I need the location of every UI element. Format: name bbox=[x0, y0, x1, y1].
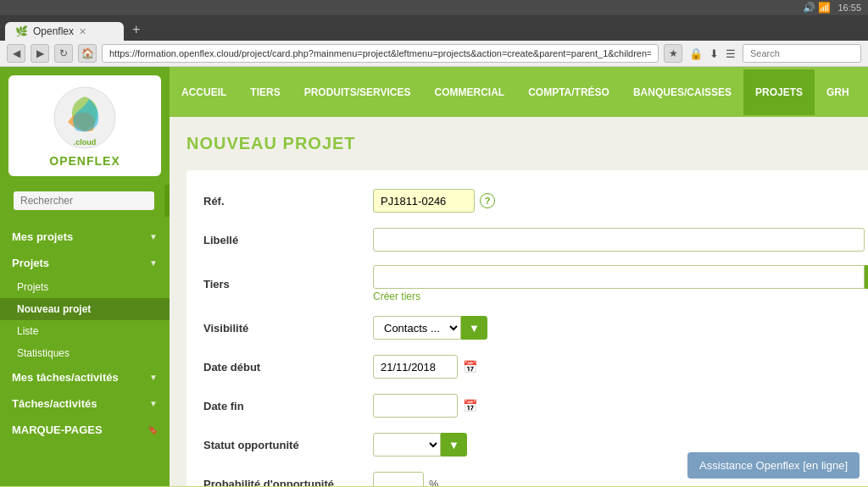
sidebar-item-mes-projets[interactable]: Mes projets ▼ bbox=[0, 224, 170, 250]
form-row-visibilite: Visibilité Contacts ... ▼ bbox=[203, 314, 868, 341]
date-fin-control-wrap: 📅 bbox=[373, 394, 868, 418]
nav-compta[interactable]: COMPTA/TRÉSO bbox=[516, 69, 621, 115]
chevron-icon-taches: ▼ bbox=[149, 399, 158, 408]
label-statut: Statut opportunité bbox=[203, 439, 373, 451]
sidebar-label-marque-pages: MARQUE-PAGES bbox=[12, 423, 103, 436]
sidebar-sub-nouveau-projet[interactable]: Nouveau projet bbox=[0, 298, 170, 320]
tab-close-button[interactable]: ✕ bbox=[79, 26, 86, 37]
page-title: NOUVEAU PROJET bbox=[186, 134, 868, 153]
active-tab[interactable]: 🌿 Openflex ✕ bbox=[5, 22, 124, 41]
visibilite-select[interactable]: Contacts ... bbox=[373, 316, 461, 340]
libelle-input[interactable] bbox=[373, 228, 865, 252]
sidebar: .cloud OPENFLEX ▼ Mes projets ▼ Projets … bbox=[0, 67, 170, 486]
sidebar-sub-statistiques[interactable]: Statistiques bbox=[0, 342, 170, 364]
chevron-icon-mes-projets: ▼ bbox=[149, 232, 158, 241]
help-icon-ref[interactable]: ? bbox=[480, 193, 495, 208]
nav-tiers[interactable]: TIERS bbox=[238, 69, 292, 115]
calendar-icon-fin[interactable]: 📅 bbox=[463, 399, 477, 412]
label-date-fin: Date fin bbox=[203, 400, 373, 412]
statut-select-wrap: ▼ bbox=[373, 433, 467, 457]
url-bar[interactable] bbox=[102, 44, 659, 63]
sidebar-item-projets[interactable]: Projets ▼ bbox=[0, 250, 170, 276]
back-button[interactable]: ◀ bbox=[7, 44, 25, 63]
statut-select[interactable] bbox=[373, 433, 441, 457]
probabilite-input[interactable] bbox=[373, 472, 424, 486]
label-date-debut: Date début bbox=[203, 361, 373, 374]
sidebar-item-marque-pages[interactable]: MARQUE-PAGES 🔖 bbox=[0, 417, 170, 443]
nav-accueil[interactable]: ACCUEIL bbox=[170, 69, 238, 115]
visibilite-control-wrap: Contacts ... ▼ bbox=[373, 316, 868, 340]
label-libelle: Libellé bbox=[203, 234, 373, 246]
statut-dropdown-button[interactable]: ▼ bbox=[441, 433, 467, 457]
sys-tray: 🔊 📶 bbox=[803, 2, 831, 14]
form-row-ref: Réf. ? bbox=[203, 187, 868, 214]
browser-top-bar: 🔊 📶 16:55 bbox=[0, 0, 868, 15]
download-icon: ⬇ bbox=[708, 46, 721, 62]
right-panel: ACCUEIL TIERS PRODUITS/SERVICES COMMERCI… bbox=[170, 67, 868, 486]
label-tiers: Tiers bbox=[203, 278, 373, 291]
nav-grh[interactable]: GRH bbox=[815, 69, 861, 115]
form-row-date-fin: Date fin 📅 bbox=[203, 392, 868, 419]
date-debut-input[interactable] bbox=[373, 355, 458, 379]
form-row-date-debut: Date début 📅 bbox=[203, 353, 868, 380]
forward-button[interactable]: ▶ bbox=[31, 44, 49, 63]
refresh-button[interactable]: ↻ bbox=[54, 44, 73, 63]
sidebar-logo: .cloud OPENFLEX bbox=[8, 75, 161, 176]
nav-commercial[interactable]: COMMERCIAL bbox=[423, 69, 517, 115]
sidebar-label-taches: Tâches/activités bbox=[12, 397, 97, 410]
new-tab-button[interactable]: + bbox=[125, 19, 147, 41]
chevron-icon-projets: ▼ bbox=[149, 258, 158, 268]
logo-text: OPENFLEX bbox=[17, 154, 153, 168]
nav-projets[interactable]: PROJETS bbox=[743, 69, 815, 115]
chevron-icon-mes-taches: ▼ bbox=[149, 373, 158, 382]
calendar-icon-debut[interactable]: 📅 bbox=[463, 360, 477, 374]
tab-title: Openflex bbox=[33, 25, 74, 37]
form-row-tiers: Tiers ▼ Créer tiers bbox=[203, 265, 868, 302]
nav-produits[interactable]: PRODUITS/SERVICES bbox=[292, 69, 423, 115]
clock: 16:55 bbox=[837, 3, 861, 13]
libelle-control-wrap bbox=[373, 228, 868, 252]
label-visibilite: Visibilité bbox=[203, 322, 373, 335]
sidebar-sub-projets[interactable]: Projets bbox=[0, 276, 170, 298]
sidebar-search-area: ▼ bbox=[7, 185, 163, 217]
nav-icon-key[interactable]: 🔑 bbox=[861, 67, 868, 117]
nav-banques[interactable]: BANQUES/CAISSES bbox=[621, 69, 743, 115]
tiers-control-wrap: ▼ Créer tiers bbox=[373, 265, 868, 302]
form-card: Réf. ? Libellé Tiers bbox=[186, 170, 868, 486]
logo-image: .cloud bbox=[51, 84, 119, 152]
sidebar-search-input[interactable] bbox=[14, 191, 154, 210]
menu-icon[interactable]: ☰ bbox=[724, 46, 737, 62]
browser-chrome: 🌿 Openflex ✕ + bbox=[0, 15, 868, 41]
form-row-libelle: Libellé bbox=[203, 226, 868, 253]
browser-search-input[interactable] bbox=[743, 44, 861, 63]
date-fin-input[interactable] bbox=[373, 394, 458, 418]
tab-favicon: 🌿 bbox=[15, 25, 28, 37]
sidebar-item-mes-taches[interactable]: Mes tâches/activités ▼ bbox=[0, 364, 170, 390]
pct-symbol: % bbox=[429, 478, 439, 487]
creer-tiers-link[interactable]: Créer tiers bbox=[373, 291, 868, 302]
svg-text:.cloud: .cloud bbox=[74, 138, 97, 147]
tiers-dropdown-button[interactable]: ▼ bbox=[865, 265, 868, 289]
browser-toolbar: ◀ ▶ ↻ 🏠 ★ 🔒 ⬇ ☰ bbox=[0, 41, 868, 67]
tiers-input-row: ▼ bbox=[373, 265, 868, 289]
label-ref: Réf. bbox=[203, 195, 373, 208]
assistance-box[interactable]: Assistance Openflex [en ligne] bbox=[687, 452, 860, 479]
top-nav: ACCUEIL TIERS PRODUITS/SERVICES COMMERCI… bbox=[170, 67, 868, 117]
sidebar-item-taches[interactable]: Tâches/activités ▼ bbox=[0, 390, 170, 417]
bookmark-icon: 🔖 bbox=[147, 425, 158, 434]
shield-icon: 🔒 bbox=[687, 46, 704, 62]
app-layout: .cloud OPENFLEX ▼ Mes projets ▼ Projets … bbox=[0, 67, 868, 486]
tiers-input[interactable] bbox=[373, 265, 865, 289]
assistance-label: Assistance Openflex [en ligne] bbox=[699, 459, 848, 472]
ref-input[interactable] bbox=[373, 189, 475, 213]
browser-icons: 🔒 ⬇ ☰ bbox=[687, 46, 737, 62]
visibilite-dropdown-button[interactable]: ▼ bbox=[461, 316, 487, 340]
sidebar-sub-liste[interactable]: Liste bbox=[0, 320, 170, 342]
browser-tabs: 🌿 Openflex ✕ + bbox=[5, 19, 863, 41]
sidebar-sections: Mes projets ▼ Projets ▼ Projets Nouveau … bbox=[0, 224, 170, 443]
bookmark-button[interactable]: ★ bbox=[664, 44, 682, 63]
home-button[interactable]: 🏠 bbox=[78, 44, 97, 63]
label-probabilite: Probabilité d'opportunité bbox=[203, 478, 373, 487]
date-debut-control-wrap: 📅 bbox=[373, 355, 868, 379]
ref-control-wrap: ? bbox=[373, 189, 868, 213]
